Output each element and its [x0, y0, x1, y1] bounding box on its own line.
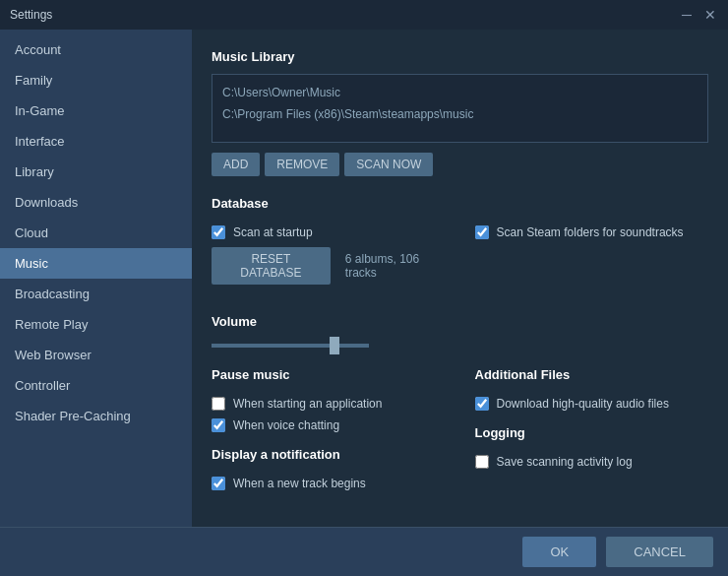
starting-app-row: When starting an application — [212, 397, 446, 411]
music-library-title: Music Library — [212, 49, 708, 64]
save-log-row: Save scanning activity log — [475, 455, 709, 469]
starting-app-label: When starting an application — [233, 397, 382, 411]
sidebar-item-in-game[interactable]: In-Game — [0, 96, 192, 126]
library-button-row: ADD REMOVE SCAN NOW — [212, 153, 708, 176]
sidebar-item-cloud[interactable]: Cloud — [0, 218, 192, 248]
voice-chat-checkbox[interactable] — [212, 418, 225, 432]
download-hq-label: Download high-quality audio files — [497, 397, 669, 411]
sidebar: AccountFamilyIn-GameInterfaceLibraryDown… — [0, 30, 192, 527]
pause-notify-col: Pause music When starting an application… — [212, 367, 446, 498]
new-track-label: When a new track begins — [233, 477, 366, 490]
footer: OK CANCEL — [0, 527, 728, 576]
database-section: Database Scan at startup RESET DATABASE … — [212, 196, 708, 299]
sidebar-item-library[interactable]: Library — [0, 157, 192, 187]
voice-chat-row: When voice chatting — [212, 418, 446, 432]
titlebar: Settings ─ ✕ — [0, 0, 728, 30]
music-library-paths: C:\Users\Owner\MusicC:\Program Files (x8… — [212, 74, 708, 143]
cancel-button[interactable]: CANCEL — [606, 537, 713, 567]
close-button[interactable]: ✕ — [702, 7, 718, 23]
scan-steam-label: Scan Steam folders for soundtracks — [497, 225, 684, 239]
content-area: Music Library C:\Users\Owner\MusicC:\Pro… — [192, 30, 728, 527]
download-hq-row: Download high-quality audio files — [475, 397, 709, 411]
remove-button[interactable]: REMOVE — [265, 153, 339, 176]
bottom-sections: Pause music When starting an application… — [212, 367, 708, 498]
scan-steam-row: Scan Steam folders for soundtracks — [475, 225, 709, 239]
reset-info: 6 albums, 106 tracks — [345, 252, 446, 280]
sidebar-item-family[interactable]: Family — [0, 65, 192, 96]
database-col-left: Scan at startup RESET DATABASE 6 albums,… — [212, 225, 446, 299]
database-col-right: Scan Steam folders for soundtracks — [475, 225, 709, 299]
window-title: Settings — [10, 8, 52, 22]
logging-section: Logging Save scanning activity log — [475, 425, 709, 469]
volume-slider-container — [212, 344, 708, 348]
display-notification-section: Display a notification When a new track … — [212, 447, 446, 490]
volume-slider[interactable] — [212, 344, 369, 348]
new-track-row: When a new track begins — [212, 477, 446, 490]
volume-section: Volume — [212, 314, 708, 348]
logging-title: Logging — [475, 425, 709, 445]
minimize-button[interactable]: ─ — [679, 7, 695, 23]
ok-button[interactable]: OK — [522, 537, 596, 567]
save-log-label: Save scanning activity log — [497, 455, 633, 469]
additional-files-title: Additional Files — [475, 367, 709, 387]
scan-now-button[interactable]: SCAN NOW — [344, 153, 433, 176]
display-notification-title: Display a notification — [212, 447, 446, 467]
settings-window: Settings ─ ✕ AccountFamilyIn-GameInterfa… — [0, 0, 728, 576]
volume-title: Volume — [212, 314, 708, 334]
sidebar-item-account[interactable]: Account — [0, 34, 192, 65]
sidebar-item-downloads[interactable]: Downloads — [0, 187, 192, 218]
scan-steam-checkbox[interactable] — [475, 225, 489, 239]
music-library-section: Music Library C:\Users\Owner\MusicC:\Pro… — [212, 49, 708, 176]
sidebar-item-music[interactable]: Music — [0, 248, 192, 279]
reset-database-button[interactable]: RESET DATABASE — [212, 247, 331, 285]
starting-app-checkbox[interactable] — [212, 397, 225, 411]
new-track-checkbox[interactable] — [212, 477, 225, 490]
main-content: AccountFamilyIn-GameInterfaceLibraryDown… — [0, 30, 728, 527]
pause-music-title: Pause music — [212, 367, 446, 387]
library-path: C:\Users\Owner\Music — [222, 83, 698, 104]
add-button[interactable]: ADD — [212, 153, 260, 176]
download-hq-checkbox[interactable] — [475, 397, 489, 411]
reset-database-row: RESET DATABASE 6 albums, 106 tracks — [212, 247, 446, 285]
library-path: C:\Program Files (x86)\Steam\steamapps\m… — [222, 104, 698, 126]
sidebar-item-remote-play[interactable]: Remote Play — [0, 309, 192, 340]
scan-startup-label: Scan at startup — [233, 225, 313, 239]
scan-startup-row: Scan at startup — [212, 225, 446, 239]
voice-chat-label: When voice chatting — [233, 418, 339, 432]
database-title: Database — [212, 196, 708, 216]
sidebar-item-controller[interactable]: Controller — [0, 370, 192, 401]
sidebar-item-shader-pre-caching[interactable]: Shader Pre-Caching — [0, 401, 192, 431]
save-log-checkbox[interactable] — [475, 455, 489, 469]
sidebar-item-interface[interactable]: Interface — [0, 126, 192, 157]
titlebar-controls: ─ ✕ — [679, 7, 718, 23]
database-checkboxes: Scan at startup RESET DATABASE 6 albums,… — [212, 225, 708, 299]
additional-logging-col: Additional Files Download high-quality a… — [475, 367, 709, 498]
sidebar-item-web-browser[interactable]: Web Browser — [0, 340, 192, 370]
sidebar-item-broadcasting[interactable]: Broadcasting — [0, 279, 192, 309]
scan-startup-checkbox[interactable] — [212, 225, 225, 239]
